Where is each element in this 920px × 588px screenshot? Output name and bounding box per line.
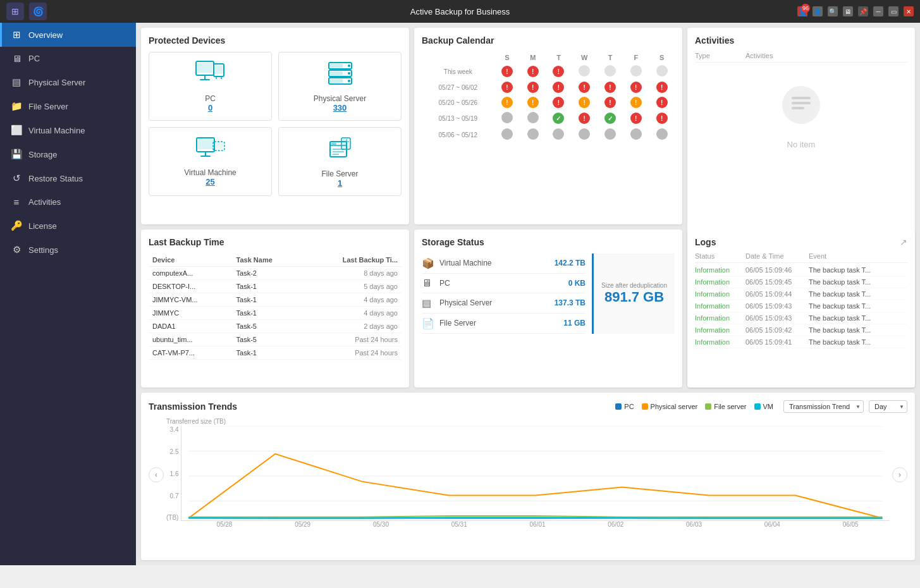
desktop-icon[interactable]: 🖥 — [843, 6, 853, 16]
cal-dot-cell[interactable]: ! — [572, 95, 598, 110]
cal-dot-cell[interactable] — [494, 110, 520, 126]
log-row[interactable]: Information06/05 15:09:41The backup task… — [695, 336, 907, 348]
pin-button[interactable]: 📌 — [858, 6, 868, 16]
svg-rect-32 — [792, 107, 804, 109]
sidebar-item-license[interactable]: 🔑 License — [0, 214, 136, 238]
cal-dot-cell[interactable]: ! — [520, 63, 546, 80]
taskbar-grid-icon[interactable]: ⊞ — [6, 3, 24, 20]
backup-table-row[interactable]: ubuntu_tim...Task-5Past 24 hours — [149, 333, 402, 346]
storage-item-icon: ▤ — [422, 297, 434, 309]
restore-button[interactable]: ▭ — [888, 6, 899, 16]
backup-table-row[interactable]: CAT-VM-P7...Task-1Past 24 hours — [149, 346, 402, 359]
expand-icon[interactable]: ↗ — [900, 237, 907, 247]
cal-dot-cell[interactable]: ! — [494, 95, 520, 110]
cal-day-t2: T — [598, 52, 623, 63]
no-item-area: No item — [695, 65, 907, 166]
period-select[interactable]: DayWeekMonth — [869, 400, 907, 413]
search-icon[interactable]: 🔍 — [828, 6, 838, 16]
storage-item[interactable]: 📄File Server11 GB — [422, 314, 586, 334]
log-row[interactable]: Information06/05 15:09:43The backup task… — [695, 312, 907, 324]
cal-dot-cell[interactable] — [494, 126, 520, 143]
cal-dot-cell[interactable]: ! — [572, 110, 598, 126]
sidebar-item-virtual-machine[interactable]: ⬜ Virtual Machine — [0, 118, 136, 142]
cal-dot-cell[interactable]: ! — [572, 80, 598, 95]
taskbar-app-icon[interactable]: 🌀 — [29, 3, 47, 20]
log-row[interactable]: Information06/05 15:09:43The backup task… — [695, 300, 907, 312]
cal-dot-cell[interactable]: ! — [598, 95, 623, 110]
sidebar-item-storage[interactable]: 💾 Storage — [0, 142, 136, 166]
log-row[interactable]: Information06/05 15:09:42The backup task… — [695, 324, 907, 336]
backup-table-row[interactable]: computexA...Task-28 days ago — [149, 266, 402, 279]
storage-item-icon: 📦 — [422, 257, 434, 269]
device-file-count[interactable]: 1 — [338, 178, 342, 188]
cal-dot-cell[interactable]: ! — [598, 80, 623, 95]
cal-dot-cell[interactable] — [572, 126, 598, 143]
cal-dot-cell[interactable] — [649, 126, 675, 143]
close-button[interactable]: ✕ — [904, 6, 914, 16]
sidebar-item-overview[interactable]: Overview — [0, 23, 136, 47]
cal-dot-cell[interactable] — [572, 63, 598, 80]
sidebar-item-physical-server[interactable]: ▤ Physical Server — [0, 70, 136, 94]
user-icon[interactable]: 👤 — [813, 6, 823, 16]
cal-dot-cell[interactable]: ✓ — [598, 110, 623, 126]
svg-point-15 — [348, 80, 350, 82]
notification-icon[interactable]: 👤96 — [797, 6, 807, 16]
sidebar-item-activities[interactable]: ≡ Activities — [0, 190, 136, 214]
cal-dot-cell[interactable]: ! — [649, 95, 675, 110]
cal-dot-cell[interactable]: ! — [623, 95, 649, 110]
sidebar: Overview 🖥 PC ▤ Physical Server 📁 File S… — [0, 23, 136, 565]
sidebar-item-file-server[interactable]: 📁 File Server — [0, 94, 136, 118]
storage-item[interactable]: 📦Virtual Machine142.2 TB — [422, 254, 586, 274]
log-row[interactable]: Information06/05 15:09:45The backup task… — [695, 276, 907, 288]
cal-dot-cell[interactable]: ! — [649, 80, 675, 95]
backup-table-row[interactable]: JIMMYC-VM...Task-14 days ago — [149, 293, 402, 306]
log-row[interactable]: Information06/05 15:09:44The backup task… — [695, 288, 907, 300]
cal-dot-cell[interactable]: ✓ — [546, 110, 572, 126]
backup-table-row[interactable]: DESKTOP-I...Task-15 days ago — [149, 279, 402, 293]
calendar-table: S M T W T F S This week!!!05/27 ~ 06/02!… — [422, 52, 675, 143]
cal-dot-cell[interactable]: ! — [546, 95, 572, 110]
cal-dot-cell[interactable] — [520, 110, 546, 126]
minimize-button[interactable]: ─ — [873, 6, 883, 16]
device-pc-count[interactable]: 0 — [208, 103, 212, 113]
no-item-icon — [779, 83, 823, 135]
chart-nav-right[interactable]: › — [892, 467, 907, 482]
device-item-pc[interactable]: PC 0 — [149, 52, 272, 121]
device-item-vm[interactable]: Virtual Machine 25 — [149, 127, 272, 196]
storage-item[interactable]: ▤Physical Server137.3 TB — [422, 293, 586, 314]
cal-dot-cell[interactable] — [598, 63, 623, 80]
sidebar-label-activities: Activities — [28, 197, 61, 207]
sidebar-item-settings[interactable]: ⚙ Settings — [0, 238, 136, 262]
device-vm-count[interactable]: 25 — [205, 177, 214, 187]
cal-dot-cell[interactable]: ! — [649, 110, 675, 126]
cal-dot-cell[interactable] — [598, 126, 623, 143]
chart-nav-left[interactable]: ‹ — [149, 467, 164, 482]
cal-dot-cell[interactable]: ! — [520, 80, 546, 95]
cal-dot-cell[interactable] — [623, 63, 649, 80]
cal-dot-cell[interactable]: ! — [546, 80, 572, 95]
cal-dot-cell[interactable] — [520, 126, 546, 143]
filter-select[interactable]: Transmission TrendUpload TrendDownload T… — [783, 400, 864, 413]
cal-dot-cell[interactable]: ! — [494, 63, 520, 80]
log-event: The backup task T... — [809, 302, 907, 310]
cal-dot-cell[interactable]: ! — [623, 110, 649, 126]
backup-table-row[interactable]: JIMMYCTask-14 days ago — [149, 306, 402, 319]
device-server-count[interactable]: 330 — [333, 103, 347, 113]
cal-dot-cell[interactable] — [623, 126, 649, 143]
cal-dot-cell[interactable] — [546, 126, 572, 143]
cal-dot-cell[interactable]: ! — [494, 80, 520, 95]
log-row[interactable]: Information06/05 15:09:46The backup task… — [695, 264, 907, 276]
cal-week-label: This week — [422, 63, 494, 80]
storage-item[interactable]: 🖥PC0 KB — [422, 274, 586, 293]
device-item-file-server[interactable]: File Server 1 — [278, 127, 402, 196]
cal-dot-cell[interactable]: ! — [520, 95, 546, 110]
sidebar-item-restore-status[interactable]: ↺ Restore Status — [0, 166, 136, 190]
backup-device: JIMMYC-VM... — [149, 293, 233, 306]
backup-table-row[interactable]: DADA1Task-52 days ago — [149, 319, 402, 333]
device-item-physical-server[interactable]: Physical Server 330 — [278, 52, 402, 121]
sidebar-item-pc[interactable]: 🖥 PC — [0, 47, 136, 70]
cal-dot-cell[interactable] — [649, 63, 675, 80]
cal-dot-cell[interactable]: ! — [546, 63, 572, 80]
cal-dot-cell[interactable]: ! — [623, 80, 649, 95]
backup-task: Task-1 — [233, 279, 302, 293]
